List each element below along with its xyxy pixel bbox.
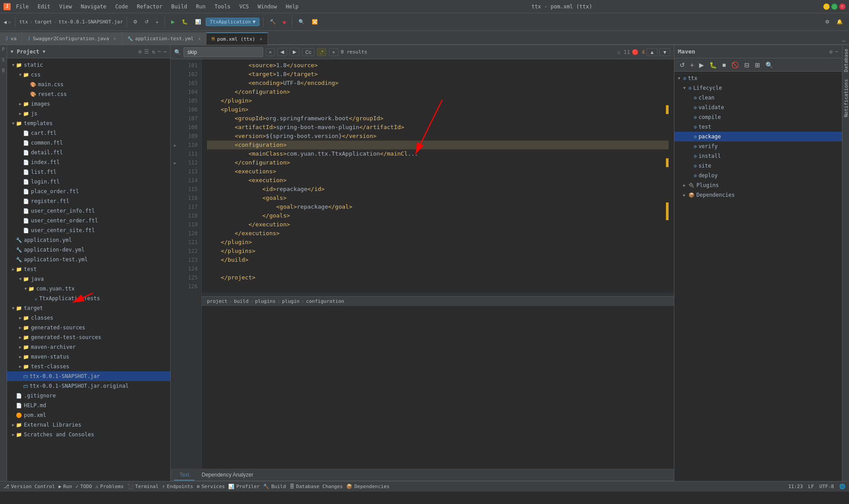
tab-close-apptest[interactable]: × <box>198 36 201 41</box>
status-build[interactable]: 🔨 Build <box>263 484 286 489</box>
tree-item-images[interactable]: ▶ 📁 images <box>7 99 170 109</box>
search-prev-button[interactable]: ◀ <box>277 48 287 56</box>
tree-item-resetcss[interactable]: 🎨 reset.css <box>7 89 170 99</box>
status-services[interactable]: ⚙ Services <box>197 484 225 489</box>
toolbar-add-icon[interactable]: + <box>153 18 161 26</box>
maven-skip-tests-button[interactable]: 🚫 <box>730 61 741 69</box>
tree-item-listftl[interactable]: 📄 list.ftl <box>7 167 170 177</box>
menu-run[interactable]: Run <box>194 3 207 11</box>
toolbar-forward-icon[interactable]: ▶ <box>8 19 11 25</box>
maven-run-button[interactable]: ▶ <box>697 61 706 69</box>
project-dropdown-icon[interactable]: ▼ <box>11 49 13 54</box>
maven-add-button[interactable]: + <box>688 61 696 69</box>
tree-item-appdevyml[interactable]: 🔧 application-dev.yml <box>7 245 170 255</box>
close-button[interactable]: × <box>839 4 845 10</box>
tree-item-cartftl[interactable]: 📄 cart.ftl <box>7 128 170 138</box>
build-button[interactable]: 🔨 <box>267 18 279 26</box>
status-run[interactable]: ▶ Run <box>58 484 72 489</box>
maven-collapse-button[interactable]: ⊟ <box>742 61 751 69</box>
tree-item-commonftl[interactable]: 📄 common.ftl <box>7 138 170 148</box>
tree-item-testclasses[interactable]: ▶ 📁 test-classes <box>7 362 170 371</box>
tree-item-scratches[interactable]: ▶ 📁 Scratches and Consoles <box>7 430 170 439</box>
toolbar-settings-icon[interactable]: ⚙ <box>130 18 140 26</box>
tree-item-gentestsources[interactable]: ▶ 📁 generated-test-sources <box>7 332 170 342</box>
status-terminal[interactable]: ⬛ Terminal <box>127 484 159 489</box>
bottom-tab-text[interactable]: Text <box>174 470 195 481</box>
status-db-changes[interactable]: 🗄 Database Changes <box>290 484 343 489</box>
notifications-button[interactable]: 🔔 <box>834 18 845 26</box>
maven-item-package[interactable]: ⚙ package <box>674 132 842 141</box>
bc-plugins[interactable]: plugins <box>255 298 275 304</box>
menu-view[interactable]: View <box>57 3 74 11</box>
git-icon[interactable]: 🔀 <box>309 18 321 26</box>
right-tab-database[interactable]: Database <box>842 45 849 76</box>
tree-item-maincss[interactable]: 🎨 main.css <box>7 80 170 89</box>
debug-button[interactable]: 🐛 <box>179 18 191 26</box>
maven-expand-button[interactable]: ⊞ <box>753 61 762 69</box>
search-close-button[interactable]: × <box>329 48 338 56</box>
tab-va[interactable]: J va <box>0 32 22 45</box>
tree-item-apptestyml[interactable]: 🔧 application-test.yml <box>7 255 170 264</box>
maven-item-plugins[interactable]: ▶ 🔌 Plugins <box>674 180 842 190</box>
maven-item-clean[interactable]: ⚙ clean <box>674 93 842 103</box>
menu-tools[interactable]: Tools <box>213 3 232 11</box>
tree-item-loginftl[interactable]: 📄 login.ftl <box>7 177 170 187</box>
tab-close-pom[interactable]: × <box>260 37 262 42</box>
project-icon-cog[interactable]: ⚙ <box>138 49 142 55</box>
tree-item-test[interactable]: ▶ 📁 test <box>7 264 170 274</box>
minimize-button[interactable]: ─ <box>823 4 830 10</box>
tab-swagger[interactable]: J Swagger2Configuration.java × <box>22 32 122 45</box>
status-endpoints[interactable]: ⚡ Endpoints <box>162 484 193 489</box>
bottom-tab-dependency[interactable]: Dependency Analyzer <box>196 470 259 481</box>
status-encoding[interactable]: UTF-8 <box>819 484 834 489</box>
breadcrumb-target[interactable]: target <box>34 19 52 25</box>
tree-item-static[interactable]: ▼ 📁 static <box>7 60 170 70</box>
bookmarks-icon[interactable]: B <box>1 68 6 73</box>
menu-file[interactable]: File <box>14 3 31 11</box>
maven-settings-icon[interactable]: ⚙ <box>830 49 833 55</box>
tree-item-mavenarchiver[interactable]: ▶ 📁 maven-archiver <box>7 342 170 352</box>
tree-item-mavenstatus[interactable]: ▶ 📁 maven-status <box>7 352 170 362</box>
status-problems[interactable]: ⚠ Problems <box>96 484 124 489</box>
tab-pom[interactable]: M pom.xml (ttx) × <box>207 32 268 45</box>
menu-window[interactable]: Window <box>256 3 279 11</box>
maven-stop-button[interactable]: ■ <box>720 61 727 69</box>
tree-item-target[interactable]: ▼ 📁 target <box>7 303 170 313</box>
maven-debug-button[interactable]: 🐛 <box>708 61 719 69</box>
menu-navigate[interactable]: Navigate <box>79 3 108 11</box>
maven-close-icon[interactable]: ─ <box>835 49 838 55</box>
status-lf[interactable]: LF <box>808 484 814 489</box>
bc-plugin[interactable]: plugin <box>282 298 300 304</box>
status-todo[interactable]: ✓ TODO <box>76 484 92 489</box>
maven-item-ttx[interactable]: ▼ ⚙ ttx <box>674 73 842 83</box>
tree-item-helpmd[interactable]: 📄 HELP.md <box>7 401 170 410</box>
maven-item-site[interactable]: ⚙ site <box>674 161 842 171</box>
maven-filter-button[interactable]: 🔍 <box>764 61 775 69</box>
tree-item-ttxapptests[interactable]: ☕ TtxApplicationTests <box>7 294 170 303</box>
coverage-button[interactable]: 📊 <box>192 18 204 26</box>
tree-item-indexftl[interactable]: 📄 index.ftl <box>7 157 170 167</box>
tree-item-ttxjaroriginal[interactable]: 🗃 ttx-0.0.1-SNAPSHOT.jar.original <box>7 381 170 391</box>
search-clear-button[interactable]: × <box>266 48 275 56</box>
stop-button[interactable]: ■ <box>280 18 289 26</box>
tree-item-uccenterinfoftl[interactable]: 📄 user_center_info.ftl <box>7 206 170 216</box>
menu-build[interactable]: Build <box>169 3 189 11</box>
menu-code[interactable]: Code <box>114 3 130 11</box>
tree-item-detailftl[interactable]: 📄 detail.ftl <box>7 148 170 157</box>
tree-item-ucenterorderftl[interactable]: 📄 user_center_order.ftl <box>7 216 170 225</box>
menu-help[interactable]: Help <box>284 3 300 11</box>
tree-item-css[interactable]: ▼ 📁 css <box>7 70 170 80</box>
tree-item-ttxjar[interactable]: 🗃 ttx-0.0.1-SNAPSHOT.jar <box>7 371 170 381</box>
tab-list-icon[interactable]: ⋯ <box>842 38 845 44</box>
search-next-button[interactable]: ▶ <box>290 48 299 56</box>
project-panel-type-dropdown[interactable]: ▼ <box>43 49 46 54</box>
search-regex-button[interactable]: .* <box>317 48 326 56</box>
tree-item-templates[interactable]: ▼ 📁 templates <box>7 118 170 128</box>
tree-item-classes[interactable]: ▶ 📁 classes <box>7 313 170 323</box>
status-version-control[interactable]: ⎇ Version Control <box>4 484 55 489</box>
search-options-button[interactable]: Cc <box>302 48 314 56</box>
editor-nav-up[interactable]: ▲ <box>646 48 658 56</box>
run-button[interactable]: ▶ <box>168 18 177 26</box>
maven-item-test[interactable]: ⚙ test <box>674 122 842 132</box>
run-config-selector[interactable]: TtxApplication ▼ <box>206 18 259 26</box>
